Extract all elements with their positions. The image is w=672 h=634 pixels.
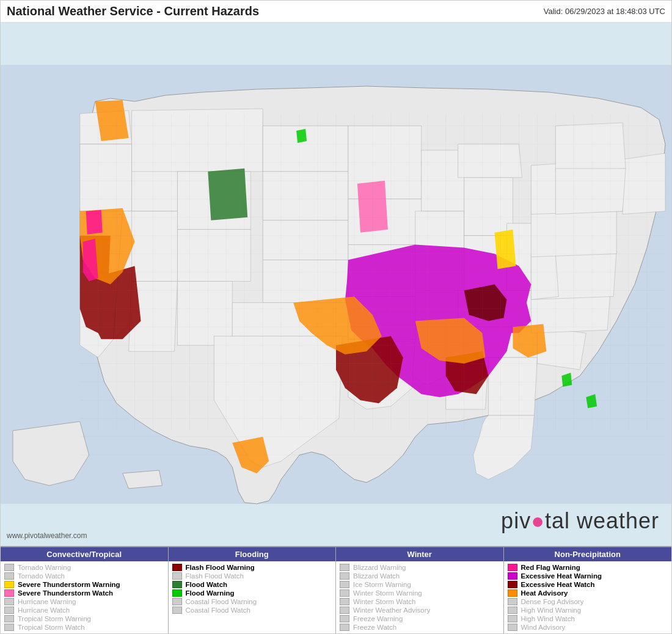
legend-item: Flash Flood Watch	[172, 572, 332, 580]
legend-label: Blizzard Warning	[353, 564, 406, 571]
legend-swatch	[4, 615, 14, 622]
legend-swatch	[340, 598, 349, 605]
legend-label: Hurricane Warning	[18, 598, 76, 605]
legend-label: Hurricane Watch	[18, 607, 70, 614]
legend-label: Red Flag Warning	[521, 564, 580, 571]
legend-swatch	[508, 624, 517, 631]
legend-swatch	[508, 581, 517, 588]
legend-item: Dense Fog Advisory	[508, 598, 668, 605]
legend-header-flooding: Flooding	[169, 547, 336, 561]
legend-label: Ice Storm Warning	[353, 581, 411, 588]
map-svg	[1, 23, 671, 546]
legend-item: Coastal Flood Watch	[172, 607, 332, 614]
legend-item: Tropical Storm Watch	[4, 624, 164, 631]
legend-swatch	[508, 564, 517, 571]
legend-swatch	[172, 572, 182, 580]
legend-swatch	[340, 564, 349, 571]
legend-label: Freeze Watch	[353, 624, 396, 631]
legend-swatch	[4, 589, 14, 597]
legend-item: Winter Storm Watch	[340, 598, 500, 605]
legend-label: Freeze Warning	[353, 615, 403, 622]
legend-label: Blizzard Watch	[353, 572, 400, 580]
legend-winter: Winter Blizzard WarningBlizzard WatchIce…	[336, 547, 504, 633]
legend-label: Tornado Watch	[18, 572, 65, 580]
legend-label: Severe Thunderstorm Warning	[18, 581, 120, 588]
legend-swatch	[172, 598, 182, 605]
legend-label: Heat Advisory	[521, 589, 568, 597]
legend-items-convective: Tornado WarningTornado WatchSevere Thund…	[1, 561, 168, 633]
legend-item: Blizzard Warning	[340, 564, 500, 571]
legend-item: Hurricane Warning	[4, 598, 164, 605]
legend-label: High Wind Warning	[521, 607, 582, 614]
legend-swatch	[508, 615, 517, 622]
legend-label: Flash Flood Watch	[186, 572, 244, 580]
legend-label: Tropical Storm Warning	[18, 615, 91, 622]
legend-header-winter: Winter	[336, 547, 503, 561]
legend-item: Winter Weather Advisory	[340, 607, 500, 614]
legend-label: Flood Watch	[186, 581, 228, 588]
legend-swatch	[508, 589, 517, 597]
legend-header-nonprecip: Non-Precipitation	[504, 547, 672, 561]
legend-item: Winter Storm Warning	[340, 589, 500, 597]
legend-flooding: Flooding Flash Flood WarningFlash Flood …	[169, 547, 337, 633]
legend-swatch	[340, 624, 349, 631]
legend-swatch	[340, 615, 349, 622]
legend-swatch	[340, 589, 349, 597]
legend-swatch	[4, 598, 14, 605]
legend-item: Heat Advisory	[508, 589, 668, 597]
legend-header-convective: Convective/Tropical	[1, 547, 168, 561]
legend-item: Freeze Warning	[340, 615, 500, 622]
valid-time: Valid: 06/29/2023 at 18:48:03 UTC	[544, 7, 665, 16]
legend-item: Ice Storm Warning	[340, 581, 500, 588]
legend-swatch	[340, 607, 349, 614]
legend-item: Tropical Storm Warning	[4, 615, 164, 622]
legend-label: Coastal Flood Watch	[186, 607, 250, 614]
legend-swatch	[4, 607, 14, 614]
legend-label: Severe Thunderstorm Watch	[18, 589, 113, 597]
legend-label: Flash Flood Warning	[186, 564, 255, 571]
header: National Weather Service - Current Hazar…	[1, 1, 671, 23]
legend-label: Dense Fog Advisory	[521, 598, 584, 605]
map-area: www.pivotalweather.com piv●tal weather	[1, 23, 671, 546]
legend-item: Blizzard Watch	[340, 572, 500, 580]
legend-swatch	[4, 564, 14, 571]
legend-swatch	[4, 624, 14, 631]
legend-item: Flash Flood Warning	[172, 564, 332, 571]
legend-item: Tornado Warning	[4, 564, 164, 571]
page-title: National Weather Service - Current Hazar…	[7, 4, 259, 18]
legend-swatch	[172, 589, 182, 597]
legend-label: Tropical Storm Watch	[18, 624, 85, 631]
legend-items-flooding: Flash Flood WarningFlash Flood WatchFloo…	[169, 561, 336, 616]
legend-item: Red Flag Warning	[508, 564, 668, 571]
legend-label: Excessive Heat Warning	[521, 572, 602, 580]
legend-item: High Wind Warning	[508, 607, 668, 614]
brand-logo: piv●tal weather	[501, 508, 659, 534]
legend-label: Tornado Warning	[18, 564, 71, 571]
legend-item: Freeze Watch	[340, 624, 500, 631]
main-container: National Weather Service - Current Hazar…	[0, 0, 672, 634]
legend-label: Winter Storm Warning	[353, 589, 422, 597]
legend-item: Excessive Heat Watch	[508, 581, 668, 588]
legend-item: Flood Warning	[172, 589, 332, 597]
legend-swatch	[172, 564, 182, 571]
legend-label: Wind Advisory	[521, 624, 566, 631]
legend-swatch	[172, 607, 182, 614]
watermark-text: www.pivotalweather.com	[7, 531, 87, 540]
legend-item: Coastal Flood Warning	[172, 598, 332, 605]
legend-swatch	[4, 572, 14, 580]
legend-label: Flood Warning	[186, 589, 235, 597]
legend-label: Winter Weather Advisory	[353, 607, 430, 614]
legend-items-nonprecip: Red Flag WarningExcessive Heat WarningEx…	[504, 561, 672, 633]
legend-swatch	[340, 581, 349, 588]
legend-items-winter: Blizzard WarningBlizzard WatchIce Storm …	[336, 561, 503, 633]
legend-nonprecip: Non-Precipitation Red Flag WarningExcess…	[504, 547, 672, 633]
legend-label: Excessive Heat Watch	[521, 581, 595, 588]
legend-item: Wind Advisory	[508, 624, 668, 631]
legend-item: High Wind Watch	[508, 615, 668, 622]
legend-label: Coastal Flood Warning	[186, 598, 257, 605]
legend-swatch	[172, 581, 182, 588]
legend-item: Severe Thunderstorm Warning	[4, 581, 164, 588]
legend-label: High Wind Watch	[521, 615, 575, 622]
legend-convective: Convective/Tropical Tornado WarningTorna…	[1, 547, 169, 633]
legend-swatch	[4, 581, 14, 588]
